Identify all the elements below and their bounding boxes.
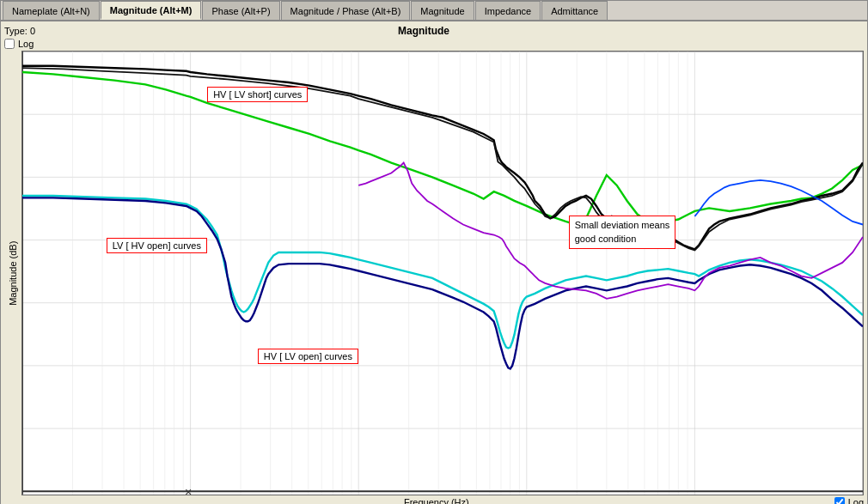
tab-phase[interactable]: Phase (Alt+P) bbox=[202, 1, 279, 20]
log-row-top: Log bbox=[4, 39, 864, 49]
tab-bar: Nameplate (Alt+N) Magnitude (Alt+M) Phas… bbox=[1, 1, 867, 21]
log-checkbox-top[interactable] bbox=[4, 39, 15, 49]
tab-magnitude[interactable]: Magnitude bbox=[411, 1, 474, 20]
annotation-small-deviation: Small deviation meansgood condition bbox=[569, 216, 676, 249]
tab-impedance[interactable]: Impedance bbox=[475, 1, 541, 20]
main-container: Nameplate (Alt+N) Magnitude (Alt+M) Phas… bbox=[0, 0, 868, 504]
chart-title: Magnitude bbox=[35, 25, 812, 37]
svg-text:×: × bbox=[185, 485, 192, 495]
chart-svg: 0 -20 -40 -60 -80 -100 -120 100 1 k 10 k… bbox=[22, 52, 863, 495]
chart-area: 0 -20 -40 -60 -80 -100 -120 100 1 k 10 k… bbox=[21, 51, 864, 495]
tab-magnitude-phase[interactable]: Magnitude / Phase (Alt+B) bbox=[281, 1, 411, 20]
annotation-hv-lv-short: HV [ LV short] curves bbox=[207, 87, 308, 102]
log-checkbox-bottom[interactable] bbox=[834, 497, 845, 504]
type-row: Type: 0 Magnitude bbox=[4, 25, 864, 37]
chart-wrapper: Magnitude (dB) bbox=[4, 51, 864, 495]
y-axis-label: Magnitude (dB) bbox=[4, 51, 21, 495]
annotation-lv-hv-open: LV [ HV open] curves bbox=[107, 238, 207, 253]
annotation-hv-lv-open: HV [ LV open] curves bbox=[258, 349, 358, 364]
log-label-top: Log bbox=[18, 39, 34, 49]
tab-admittance[interactable]: Admittance bbox=[541, 1, 608, 20]
tab-nameplate[interactable]: Nameplate (Alt+N) bbox=[3, 1, 100, 20]
bottom-row: Frequency (Hz) Log bbox=[4, 497, 864, 504]
log-label-bottom: Log bbox=[848, 497, 864, 504]
content-area: Type: 0 Magnitude Log Magnitude (dB) bbox=[1, 21, 867, 504]
tab-magnitude-m[interactable]: Magnitude (Alt+M) bbox=[101, 1, 202, 20]
log-row-bottom: Log bbox=[834, 497, 864, 504]
x-axis-label: Frequency (Hz) bbox=[39, 497, 834, 504]
type-label: Type: 0 bbox=[4, 26, 35, 36]
